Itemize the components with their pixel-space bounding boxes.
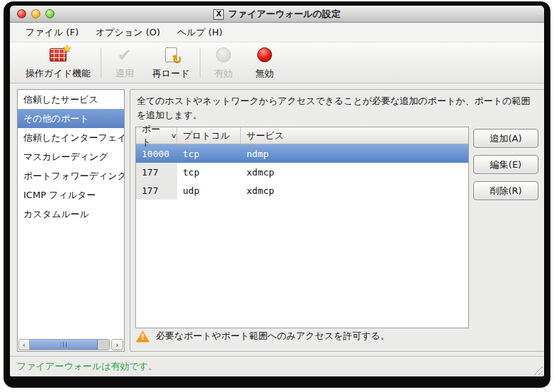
scroll-right-arrow-icon[interactable]: › <box>111 339 123 350</box>
warning-text: 必要なポートやポート範囲へのみアクセスを許可する。 <box>156 330 390 342</box>
scrollbar-track[interactable]: ‹ <box>18 339 110 350</box>
column-header-port[interactable]: ポート ∨ <box>136 127 177 144</box>
disable-circle-icon <box>257 46 272 64</box>
column-header-protocol[interactable]: プロトコル <box>177 127 241 144</box>
ports-table: ポート ∨ プロトコル サービス 10000 tcp ndmp <box>135 127 469 328</box>
sidebar-horizontal-scrollbar[interactable]: ‹ › <box>18 339 123 350</box>
panel-description: 全てのホストやネットワークからアクセスできることが必要な追加のポートか、ポートの… <box>137 94 538 122</box>
add-button[interactable]: 追加(A) <box>473 129 538 148</box>
warning-icon <box>136 330 149 342</box>
content-area: 信頼したサービス その他のポート 信頼したインターフェイス マスカレーディング … <box>10 84 544 356</box>
toolbar-separator <box>101 48 101 78</box>
menu-options[interactable]: オプション (O) <box>87 23 169 42</box>
action-buttons: 追加(A) 編集(E) 削除(R) <box>473 129 538 207</box>
category-list: 信頼したサービス その他のポート 信頼したインターフェイス マスカレーディング … <box>17 89 125 352</box>
warning-row: 必要なポートやポート範囲へのみアクセスを許可する。 <box>136 330 390 342</box>
sidebar-item-other-ports[interactable]: その他のポート <box>18 109 124 128</box>
table-row[interactable]: 177 tcp xdmcp <box>136 163 468 181</box>
toolbar-enable-button[interactable]: 有効 <box>203 46 244 80</box>
resize-grip-icon[interactable] <box>533 365 543 375</box>
sidebar-item-trusted-services[interactable]: 信頼したサービス <box>18 90 124 109</box>
menu-help[interactable]: ヘルプ (H) <box>169 23 231 42</box>
x11-app-icon: X <box>213 9 224 20</box>
sidebar-item-icmp-filter[interactable]: ICMP フィルター <box>18 185 124 204</box>
other-ports-panel: 全てのホストやネットワークからアクセスできることが必要な追加のポートか、ポートの… <box>130 89 544 352</box>
scroll-left-arrow-icon[interactable]: ‹ <box>19 340 30 350</box>
firewall-settings-window: X ファイアーウォールの設定 ファイル (F) オプション (O) ヘルプ (H… <box>10 6 544 376</box>
reload-page-icon: ↻ <box>165 46 177 64</box>
enable-circle-icon <box>216 46 231 64</box>
sidebar-item-custom-rules[interactable]: カスタムルール <box>18 204 124 224</box>
edit-button[interactable]: 編集(E) <box>473 155 538 174</box>
thumb-grip-icon <box>60 342 67 347</box>
toolbar-disable-button[interactable]: 無効 <box>244 46 286 80</box>
sidebar-item-masquerading[interactable]: マスカレーディング <box>18 147 124 166</box>
table-header: ポート ∨ プロトコル サービス <box>136 127 468 144</box>
sort-desc-icon: ∨ <box>171 132 177 139</box>
toolbar-separator <box>200 48 200 78</box>
table-row[interactable]: 177 udp xdmcp <box>136 181 468 200</box>
toolbar-wizard-button[interactable]: ★ 操作ガイド機能 <box>18 46 98 80</box>
toolbar: ★ 操作ガイド機能 ✔ 適用 ↻ 再ロード 有効 無効 <box>10 42 544 83</box>
menu-file[interactable]: ファイル (F) <box>17 23 87 42</box>
scrollbar-thumb[interactable] <box>30 340 98 350</box>
firewall-wizard-icon: ★ <box>50 46 67 64</box>
table-row[interactable]: 10000 tcp ndmp <box>136 144 468 163</box>
menu-bar: ファイル (F) オプション (O) ヘルプ (H) <box>10 23 544 42</box>
title-group: X ファイアーウォールの設定 <box>10 6 544 23</box>
screenshot-canvas: X ファイアーウォールの設定 ファイル (F) オプション (O) ヘルプ (H… <box>0 0 554 392</box>
sidebar-item-port-forwarding[interactable]: ポートフォワーディング <box>18 166 124 185</box>
toolbar-reload-button[interactable]: ↻ 再ロード <box>145 46 197 80</box>
apply-check-icon: ✔ <box>118 46 132 64</box>
firewall-status-text: ファイアーウォールは有効です。 <box>17 360 157 373</box>
status-bar: ファイアーウォールは有効です。 <box>10 356 544 376</box>
toolbar-apply-button[interactable]: ✔ 適用 <box>104 46 145 80</box>
sidebar-item-trusted-interfaces[interactable]: 信頼したインターフェイス <box>18 128 124 147</box>
star-icon: ★ <box>62 42 72 54</box>
window-title: ファイアーウォールの設定 <box>228 8 340 21</box>
delete-button[interactable]: 削除(R) <box>473 181 538 200</box>
column-header-service[interactable]: サービス <box>241 127 468 144</box>
title-bar[interactable]: X ファイアーウォールの設定 <box>10 6 544 23</box>
